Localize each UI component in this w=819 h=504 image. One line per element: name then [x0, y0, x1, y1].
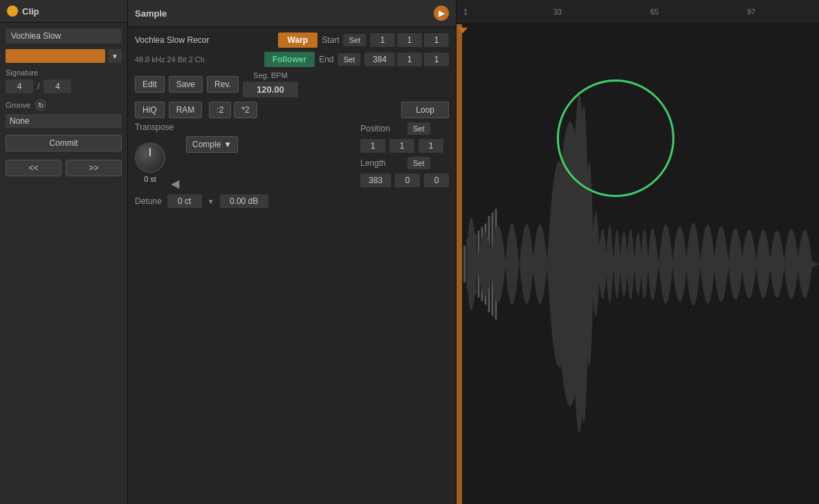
groove-label: Groove: [6, 101, 30, 109]
ruler-marker-97: 97: [747, 8, 755, 16]
sample-forward-button[interactable]: ▶: [434, 6, 449, 21]
half-button[interactable]: :2: [209, 102, 231, 118]
length-nums-row: [360, 174, 449, 187]
sample-header: Sample ▶: [128, 0, 456, 27]
nav-next-button[interactable]: >>: [66, 160, 122, 176]
complex-label: Comple: [192, 140, 221, 149]
pos-num1[interactable]: [360, 139, 385, 153]
waveform-ruler: 1 33 65 97: [457, 0, 819, 24]
transpose-row: 0 st ◀: [135, 135, 179, 190]
transpose-knob-container: 0 st: [135, 142, 165, 183]
length-label: Length: [360, 158, 402, 168]
end-label: End: [319, 55, 333, 64]
detune-value-field[interactable]: [167, 194, 202, 208]
start-num2[interactable]: [397, 33, 422, 47]
waveform-svg: [457, 24, 819, 504]
position-set-button[interactable]: Set: [407, 122, 430, 135]
detune-arrow-icon: ▼: [208, 198, 214, 205]
end-num3[interactable]: [424, 53, 449, 66]
commit-button[interactable]: Commit: [6, 135, 122, 151]
rev-button[interactable]: Rev.: [207, 76, 239, 93]
transpose-knob[interactable]: [135, 142, 165, 173]
sample-row1: Vochlea Slow Recor Warp Start Set: [135, 32, 449, 48]
clip-header: Clip: [0, 0, 127, 23]
ruler-marker-1: 1: [463, 8, 468, 16]
warp-button[interactable]: Warp: [278, 32, 318, 48]
detune-section: Detune ▼: [135, 194, 449, 208]
clip-color-box[interactable]: [6, 49, 105, 63]
len-num3[interactable]: [424, 174, 449, 187]
sample-info: 48.0 kHz 24 Bit 2 Ch: [135, 55, 260, 64]
sample-body: Vochlea Slow Recor Warp Start Set 48.0 k…: [128, 27, 456, 504]
detune-label: Detune: [135, 196, 162, 206]
position-nums-row: [360, 139, 449, 153]
sample-panel: Sample ▶ Vochlea Slow Recor Warp Start S…: [128, 0, 457, 504]
clip-color-row: ▼: [6, 49, 122, 63]
end-nums: [365, 53, 449, 66]
signature-section: Signature /: [6, 68, 122, 93]
end-num1[interactable]: [365, 53, 395, 66]
db-value-field[interactable]: [220, 194, 268, 208]
pos-num2[interactable]: [389, 139, 414, 153]
clip-name-button[interactable]: Vochlea Slow: [6, 28, 122, 44]
follower-button[interactable]: Follower: [264, 52, 315, 67]
signature-row: /: [6, 80, 122, 93]
signature-denominator[interactable]: [44, 80, 71, 93]
waveform-area: [457, 24, 819, 504]
double-button[interactable]: *2: [234, 102, 257, 118]
sample-row4: HiQ RAM :2 *2 Loop: [135, 102, 449, 118]
clip-dot-icon: [7, 6, 18, 17]
seg-bpm-section: Seg. BPM: [243, 71, 298, 97]
sample-row2: 48.0 kHz 24 Bit 2 Ch Follower End Set: [135, 52, 449, 67]
pos-num3[interactable]: [418, 139, 443, 153]
complex-select-button[interactable]: Comple ▼: [186, 136, 238, 153]
nav-row: << >>: [6, 160, 122, 176]
position-label: Position: [360, 124, 402, 133]
nav-prev-button[interactable]: <<: [6, 160, 62, 176]
signature-slash: /: [37, 82, 39, 91]
transpose-label: Transpose: [135, 122, 179, 132]
position-row: Position Set: [360, 122, 449, 135]
groove-row: Groove ↻: [6, 99, 122, 111]
pitch-arrow-icon[interactable]: ◀: [171, 177, 179, 190]
start-label: Start: [322, 35, 339, 45]
signature-numerator[interactable]: [6, 80, 33, 93]
edit-button[interactable]: Edit: [135, 76, 165, 93]
clip-body: Vochlea Slow ▼ Signature / Groove ↻: [0, 23, 127, 182]
pitch-slider-container: ◀: [171, 135, 179, 190]
end-num2[interactable]: [397, 53, 422, 66]
groove-section: Groove ↻: [6, 99, 122, 128]
clip-title: Clip: [22, 6, 39, 17]
signature-label: Signature: [6, 68, 122, 77]
transpose-section: Transpose 0 st ◀: [135, 122, 179, 190]
length-set-button[interactable]: Set: [407, 157, 430, 169]
start-nums: [370, 33, 449, 47]
clip-color-arrow-button[interactable]: ▼: [108, 49, 122, 63]
sample-title: Sample: [135, 8, 167, 19]
transpose-value: 0 st: [144, 175, 156, 183]
ruler-marker-33: 33: [553, 8, 562, 16]
sample-filename: Vochlea Slow Recor: [135, 35, 274, 45]
groove-cycle-button[interactable]: ↻: [35, 99, 47, 111]
waveform-start-marker: [458, 24, 468, 504]
loop-button[interactable]: Loop: [401, 102, 449, 118]
len-num1[interactable]: [360, 174, 391, 187]
start-set-button[interactable]: Set: [343, 34, 366, 46]
ram-button[interactable]: RAM: [169, 102, 203, 118]
save-button[interactable]: Save: [169, 76, 203, 93]
main-container: Clip Vochlea Slow ▼ Signature / Groove ↻: [0, 0, 819, 504]
start-num1[interactable]: [370, 33, 395, 47]
marker-triangle-icon: [458, 28, 468, 33]
clip-panel: Clip Vochlea Slow ▼ Signature / Groove ↻: [0, 0, 128, 504]
waveform-panel: 1 33 65 97: [457, 0, 819, 504]
complex-arrow-icon: ▼: [223, 140, 232, 149]
end-set-button[interactable]: Set: [338, 53, 360, 66]
seg-bpm-label: Seg. BPM: [253, 71, 288, 80]
start-num3[interactable]: [424, 33, 449, 47]
length-row: Length Set: [360, 157, 449, 169]
hiq-button[interactable]: HiQ: [135, 102, 165, 118]
len-num2[interactable]: [395, 174, 420, 187]
bpm-value-field[interactable]: [243, 82, 298, 97]
sample-row3: Edit Save Rev. Seg. BPM: [135, 71, 449, 97]
groove-select[interactable]: [6, 114, 122, 128]
